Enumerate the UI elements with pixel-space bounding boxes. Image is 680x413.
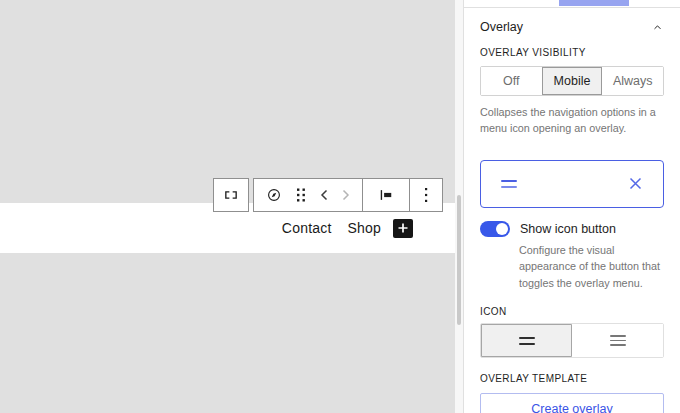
- block-toolbar: [213, 178, 443, 212]
- overlay-template-label: OVERLAY TEMPLATE: [480, 373, 664, 384]
- active-tab-indicator[interactable]: [559, 0, 629, 6]
- visibility-option-always[interactable]: Always: [602, 67, 663, 95]
- icon-option-menu-two-line[interactable]: [481, 324, 572, 357]
- move-right-button[interactable]: [339, 181, 353, 209]
- move-left-button[interactable]: [317, 181, 331, 209]
- nav-item-shop[interactable]: Shop: [348, 220, 382, 236]
- brackets-parent-icon: [221, 185, 241, 205]
- overlay-visibility-help: Collapses the navigation options in a me…: [480, 104, 664, 137]
- chevron-left-icon: [318, 188, 330, 202]
- show-icon-button-help: Configure the visual appearance of the b…: [519, 242, 669, 291]
- toolbar-group-options: [409, 179, 442, 211]
- vertical-ellipsis-icon: [419, 186, 433, 204]
- overlay-visibility-label: OVERLAY VISIBILITY: [480, 47, 586, 58]
- drag-six-dots-icon: [295, 187, 307, 203]
- select-parent-block-button[interactable]: [216, 181, 246, 209]
- options-menu-button[interactable]: [418, 181, 434, 209]
- create-overlay-button[interactable]: Create overlay: [480, 393, 664, 413]
- chevron-right-icon: [340, 188, 352, 202]
- chevron-up-icon[interactable]: [651, 21, 664, 34]
- editor-window: Contact Shop: [0, 0, 680, 413]
- overlay-panel-header[interactable]: Overlay: [464, 8, 680, 45]
- canvas-scrollbar-track: [455, 0, 463, 413]
- canvas-scrollbar-thumb[interactable]: [457, 195, 461, 325]
- menu-two-line-icon: [519, 337, 535, 345]
- editor-canvas[interactable]: Contact Shop: [0, 0, 455, 413]
- block-type-button[interactable]: [263, 181, 285, 209]
- toolbar-group-block: [254, 179, 362, 211]
- sidebar-tabbar: [464, 0, 680, 8]
- drag-handle[interactable]: [293, 181, 309, 209]
- icon-picker-control: [480, 323, 664, 358]
- navigation-compass-icon: [265, 186, 283, 204]
- toggle-knob: [496, 223, 508, 235]
- plus-icon: [397, 222, 409, 234]
- panel-title: Overlay: [480, 20, 523, 34]
- close-x-icon: [628, 176, 643, 191]
- show-icon-button-label: Show icon button: [520, 222, 616, 236]
- menu-two-line-icon: [501, 180, 517, 188]
- visibility-option-mobile[interactable]: Mobile: [542, 67, 603, 95]
- justify-items-button[interactable]: [375, 181, 397, 209]
- overlay-visibility-control: Off Mobile Always: [480, 66, 664, 96]
- show-icon-button-toggle[interactable]: [480, 221, 510, 237]
- add-block-button[interactable]: [393, 219, 413, 238]
- icon-picker-label: ICON: [480, 306, 664, 317]
- menu-three-line-icon: [610, 335, 626, 346]
- overlay-preview[interactable]: [480, 160, 664, 208]
- visibility-option-off[interactable]: Off: [481, 67, 542, 95]
- justify-left-icon: [377, 186, 395, 204]
- toolbar-group-justify: [362, 179, 409, 211]
- settings-sidebar: Overlay OVERLAY VISIBILITY Off Mobile Al…: [463, 0, 680, 413]
- icon-option-menu-three-line[interactable]: [572, 324, 663, 357]
- nav-item-contact[interactable]: Contact: [282, 220, 332, 236]
